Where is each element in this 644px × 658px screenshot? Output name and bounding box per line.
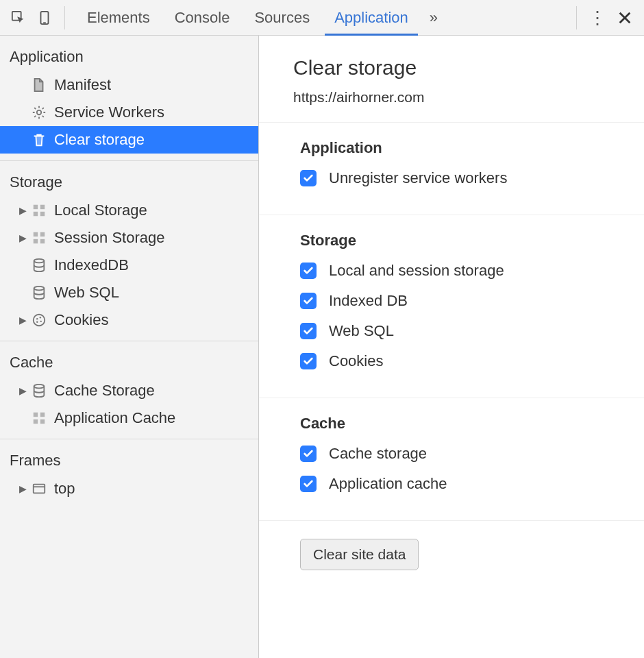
sidebar-item[interactable]: ▶Local Storage: [0, 197, 258, 224]
checkbox[interactable]: [300, 446, 317, 462]
page-title: Clear storage: [293, 56, 644, 80]
origin-url: https://airhorner.com: [293, 89, 644, 106]
toolbar-separator: [64, 6, 65, 29]
sidebar-item[interactable]: ▶Cache Storage: [0, 377, 258, 404]
sidebar-heading: Cache: [0, 341, 258, 377]
option-label: Indexed DB: [329, 292, 408, 310]
grid-icon: [29, 411, 49, 426]
tab-console[interactable]: Console: [162, 0, 243, 35]
sidebar-item[interactable]: IndexedDB: [0, 252, 258, 279]
tab-elements[interactable]: Elements: [75, 0, 162, 35]
grid-icon: [29, 203, 49, 218]
tab-label: Application: [334, 9, 408, 27]
sidebar-group: ApplicationManifestService WorkersClear …: [0, 36, 258, 161]
sidebar-item-label: Cookies: [54, 311, 108, 329]
section-heading: Cache: [300, 415, 644, 432]
chevron-icon: »: [430, 9, 438, 27]
frame-icon: [29, 481, 49, 496]
option-checkbox-row[interactable]: Indexed DB: [300, 292, 644, 310]
sidebar-item-label: IndexedDB: [54, 256, 129, 274]
disclosure-triangle-icon: ▶: [17, 205, 28, 216]
option-checkbox-row[interactable]: Cookies: [300, 352, 644, 370]
checkbox[interactable]: [300, 293, 317, 309]
tab-application[interactable]: Application: [322, 0, 421, 35]
checkmark-icon: [303, 478, 314, 489]
checkbox[interactable]: [300, 476, 317, 492]
option-label: Cache storage: [329, 445, 427, 463]
sidebar-item[interactable]: ▶Session Storage: [0, 224, 258, 252]
option-checkbox-row[interactable]: Application cache: [300, 475, 644, 493]
tab-sources[interactable]: Sources: [242, 0, 322, 35]
disclosure-triangle-icon: ▶: [17, 385, 28, 396]
sidebar-item-label: top: [54, 480, 75, 498]
option-checkbox-row[interactable]: Unregister service workers: [300, 169, 644, 187]
sidebar-item[interactable]: Web SQL: [0, 279, 258, 306]
sidebar-item[interactable]: Manifest: [0, 71, 258, 99]
sidebar-item-label: Local Storage: [54, 202, 147, 219]
settings-menu-button[interactable]: ⋮: [584, 9, 611, 27]
option-label: Application cache: [329, 475, 447, 493]
disclosure-triangle-icon: ▶: [17, 483, 28, 494]
option-checkbox-row[interactable]: Cache storage: [300, 445, 644, 463]
select-element-button[interactable]: [5, 5, 32, 31]
sidebar-group: Frames▶top: [0, 439, 258, 509]
sidebar-heading: Application: [0, 36, 258, 71]
devtools-toolbar: Elements Console Sources Application » ⋮: [0, 0, 644, 36]
section-heading: Application: [300, 139, 644, 157]
checkmark-icon: [303, 173, 314, 184]
disclosure-triangle-icon: ▶: [17, 315, 28, 326]
grid-icon: [29, 230, 49, 245]
actions-row: Clear site data: [259, 521, 644, 570]
sidebar-item[interactable]: ▶Cookies: [0, 306, 258, 334]
sidebar-heading: Storage: [0, 161, 258, 197]
svg-rect-1: [41, 11, 49, 23]
sidebar-item-label: Cache Storage: [54, 382, 155, 400]
option-checkbox-row[interactable]: Local and session storage: [300, 262, 644, 280]
trash-icon: [29, 132, 49, 147]
sidebar-item-label: Manifest: [54, 76, 111, 94]
options-section: ApplicationUnregister service workers: [259, 123, 644, 215]
checkbox[interactable]: [300, 170, 317, 186]
gear-icon: [29, 105, 49, 120]
pane-header: Clear storage https://airhorner.com: [259, 36, 644, 123]
more-tabs-button[interactable]: »: [421, 9, 447, 27]
db-icon: [29, 258, 49, 273]
checkmark-icon: [303, 265, 314, 276]
db-icon: [29, 383, 49, 398]
checkmark-icon: [303, 326, 314, 337]
options-section: CacheCache storageApplication cache: [259, 398, 644, 521]
disclosure-triangle-icon: ▶: [17, 232, 28, 243]
kebab-icon: ⋮: [589, 9, 606, 27]
sidebar-item-label: Clear storage: [54, 131, 145, 149]
sidebar-group: Cache▶Cache StorageApplication Cache: [0, 341, 258, 439]
checkmark-icon: [303, 448, 314, 459]
application-sidebar: ApplicationManifestService WorkersClear …: [0, 36, 259, 658]
checkbox[interactable]: [300, 323, 317, 339]
close-icon: [617, 10, 632, 25]
sidebar-item[interactable]: Application Cache: [0, 404, 258, 432]
toggle-device-button[interactable]: [32, 5, 58, 31]
db-icon: [29, 285, 49, 300]
tab-label: Sources: [254, 9, 310, 27]
sidebar-item[interactable]: Service Workers: [0, 99, 258, 126]
file-icon: [29, 77, 49, 93]
checkmark-icon: [303, 295, 314, 306]
sidebar-item[interactable]: Clear storage: [0, 126, 258, 154]
close-devtools-button[interactable]: [611, 10, 639, 25]
sidebar-item[interactable]: ▶top: [0, 475, 258, 502]
checkbox[interactable]: [300, 353, 317, 369]
option-checkbox-row[interactable]: Web SQL: [300, 322, 644, 340]
toolbar-separator: [576, 6, 577, 29]
section-heading: Storage: [300, 232, 644, 249]
checkbox[interactable]: [300, 263, 317, 279]
options-section: StorageLocal and session storageIndexed …: [259, 215, 644, 398]
sidebar-item-label: Service Workers: [54, 103, 164, 121]
tab-label: Elements: [87, 9, 150, 27]
tab-label: Console: [175, 9, 230, 27]
option-label: Web SQL: [329, 322, 394, 340]
option-label: Cookies: [329, 352, 383, 370]
clear-site-data-button[interactable]: Clear site data: [300, 539, 419, 570]
sidebar-item-label: Application Cache: [54, 409, 175, 427]
sidebar-heading: Frames: [0, 439, 258, 475]
option-label: Local and session storage: [329, 262, 504, 280]
